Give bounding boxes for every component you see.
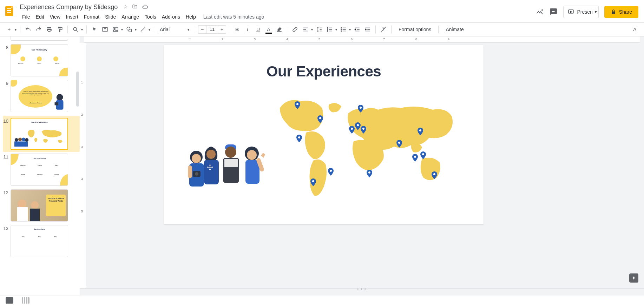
slide-thumbnail-8[interactable]: 8 Our Philosophy Mission Vision Values <box>3 44 80 76</box>
svg-point-35 <box>357 124 359 126</box>
menu-arrange[interactable]: Arrange <box>119 13 142 21</box>
slide-canvas[interactable]: Our Experiences <box>164 45 484 224</box>
font-size-value[interactable]: 11 <box>206 25 218 34</box>
numbered-list-button[interactable]: 123 <box>325 25 335 34</box>
line-tool[interactable] <box>138 25 148 34</box>
font-family-select[interactable]: Arial ▾ <box>157 25 192 34</box>
grid-view-button[interactable] <box>22 297 29 304</box>
undo-button[interactable] <box>23 25 33 34</box>
filmstrip-view-button[interactable] <box>6 297 13 304</box>
svg-point-34 <box>351 128 353 130</box>
indent-increase-button[interactable] <box>363 25 373 34</box>
redo-button[interactable] <box>34 25 44 34</box>
share-button[interactable]: Share <box>604 6 638 18</box>
svg-point-22 <box>22 138 25 141</box>
speaker-notes-area[interactable]: • • • <box>80 288 644 295</box>
menu-edit[interactable]: Edit <box>33 13 47 21</box>
filmstrip[interactable]: 8 Our Philosophy Mission Vision Values 9 <box>0 36 80 295</box>
slide-thumbnail-12[interactable]: 12 A Picture is Worth a Thousand Words <box>3 189 80 222</box>
filmstrip-scrollbar[interactable] <box>76 72 79 107</box>
slide-thumbnail-9[interactable]: 9 "This is a quote, words full of wisdom… <box>3 80 80 112</box>
footer <box>0 295 644 305</box>
explore-button[interactable]: ✦ <box>629 273 638 283</box>
svg-point-30 <box>319 117 321 119</box>
italic-button[interactable]: I <box>243 25 252 34</box>
svg-point-58 <box>195 172 198 176</box>
menu-view[interactable]: View <box>47 13 63 21</box>
slide-thumbnail-10[interactable]: 10 Our Experiences <box>3 116 80 152</box>
menu-help[interactable]: Help <box>183 13 198 21</box>
clear-formatting-button[interactable] <box>379 25 388 34</box>
vertical-ruler[interactable]: 1 2 3 4 5 <box>80 43 86 288</box>
underline-button[interactable]: U <box>253 25 263 34</box>
svg-point-41 <box>414 156 416 158</box>
svg-point-33 <box>312 180 314 182</box>
slide-thumbnail-7[interactable] <box>3 36 80 41</box>
numbered-list-dropdown[interactable]: ▾ <box>335 28 338 32</box>
svg-point-25 <box>18 199 26 208</box>
select-tool[interactable] <box>90 25 99 34</box>
bullet-list-dropdown[interactable]: ▾ <box>348 28 351 32</box>
last-edit-link[interactable]: Last edit was 5 minutes ago <box>203 14 264 20</box>
svg-point-40 <box>419 129 421 131</box>
horizontal-ruler[interactable]: 1 2 3 4 5 6 7 8 9 <box>84 36 640 43</box>
svg-point-42 <box>422 153 424 155</box>
new-slide-button[interactable]: ＋ <box>4 25 14 34</box>
font-size-increase[interactable]: + <box>218 25 226 34</box>
svg-point-37 <box>360 107 362 109</box>
notes-resize-handle[interactable]: • • • <box>357 287 366 291</box>
menu-file[interactable]: File <box>20 13 33 21</box>
present-dropdown[interactable]: ▾ <box>593 6 599 18</box>
star-icon[interactable]: ☆ <box>123 4 128 10</box>
shape-dropdown[interactable]: ▾ <box>134 28 137 32</box>
svg-point-15 <box>341 29 342 30</box>
document-title[interactable]: Experiences Company by Slidesgo <box>20 4 118 11</box>
highlight-button[interactable] <box>274 25 284 34</box>
svg-rect-1 <box>7 8 11 9</box>
people-illustration[interactable] <box>182 143 273 192</box>
slide-title[interactable]: Our Experiences <box>164 63 484 80</box>
bold-button[interactable]: B <box>232 25 242 34</box>
image-dropdown[interactable]: ▾ <box>120 28 124 32</box>
image-tool[interactable] <box>111 25 120 34</box>
menu-format[interactable]: Format <box>81 13 102 21</box>
align-dropdown[interactable]: ▾ <box>310 28 314 32</box>
bullet-list-button[interactable] <box>339 25 348 34</box>
main-area: 8 Our Philosophy Mission Vision Values 9 <box>0 36 644 295</box>
format-options-button[interactable]: Format options <box>394 27 435 32</box>
indent-decrease-button[interactable] <box>352 25 362 34</box>
zoom-button[interactable] <box>71 25 80 34</box>
comments-icon[interactable] <box>549 8 558 16</box>
app-logo[interactable] <box>3 4 17 18</box>
slide-thumbnail-11[interactable]: 11 Our Services Mercury Venus Mars Satur… <box>3 154 80 186</box>
slide-thumbnail-13[interactable]: 13 Bestsellers 15% 25% 30% <box>3 225 80 257</box>
shape-tool[interactable] <box>124 25 134 34</box>
cloud-status-icon[interactable] <box>142 4 148 10</box>
insert-link-button[interactable] <box>290 25 300 34</box>
font-family-value: Arial <box>160 27 170 32</box>
menu-slide[interactable]: Slide <box>103 13 118 21</box>
line-spacing-button[interactable] <box>314 25 324 34</box>
collapse-toolbar-button[interactable]: ᐱ <box>630 25 640 34</box>
textbox-tool[interactable] <box>100 25 110 34</box>
text-color-button[interactable]: A <box>264 25 274 34</box>
menu-addons[interactable]: Add-ons <box>159 13 183 21</box>
svg-point-38 <box>368 171 370 174</box>
new-slide-dropdown[interactable]: ▾ <box>14 28 17 32</box>
svg-point-5 <box>73 27 77 30</box>
world-map-image[interactable] <box>273 90 459 210</box>
zoom-dropdown[interactable]: ▾ <box>80 28 84 32</box>
print-button[interactable] <box>44 25 54 34</box>
font-size-decrease[interactable]: − <box>198 25 206 34</box>
line-dropdown[interactable]: ▾ <box>148 28 151 32</box>
paint-format-button[interactable] <box>55 25 65 34</box>
move-to-folder-icon[interactable] <box>132 4 138 10</box>
slide-canvas-area[interactable]: 1 2 3 4 5 6 7 8 9 1 2 3 4 5 Our Experien… <box>80 36 644 295</box>
activity-icon[interactable] <box>536 8 544 16</box>
menu-insert[interactable]: Insert <box>64 13 81 21</box>
menu-tools[interactable]: Tools <box>142 13 159 21</box>
align-button[interactable] <box>301 25 310 34</box>
svg-rect-7 <box>113 27 118 32</box>
animate-button[interactable]: Animate <box>441 27 468 32</box>
svg-rect-24 <box>14 142 28 147</box>
